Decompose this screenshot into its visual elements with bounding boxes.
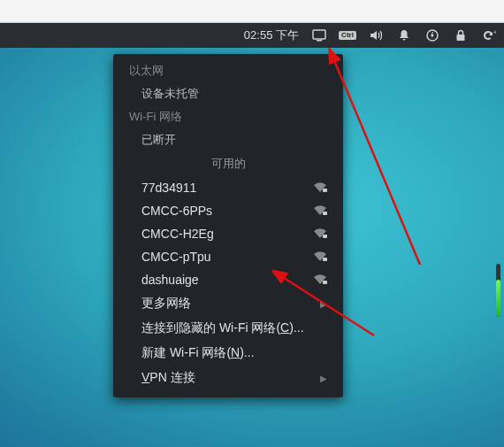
chevron-right-icon: ▶ <box>320 374 327 383</box>
svg-rect-1 <box>317 40 322 42</box>
volume-indicator <box>495 264 502 317</box>
refresh-plus-icon[interactable]: + <box>481 27 497 43</box>
more-networks[interactable]: 更多网络 ▶ <box>113 291 343 316</box>
ctrl-badge-icon[interactable]: Ctrl <box>340 27 355 43</box>
svg-line-10 <box>333 58 420 265</box>
wifi-network-item[interactable]: dashuaige <box>113 268 343 291</box>
wifi-signal-locked-icon <box>313 251 327 262</box>
wifi-network-item[interactable]: CMCC-H2Eg <box>113 222 343 245</box>
power-icon[interactable] <box>424 27 440 43</box>
connect-hidden-label: 连接到隐藏的 Wi-Fi 网络(C)... <box>141 320 304 336</box>
desktop: 以太网 设备未托管 Wi-Fi 网络 已断开 可用的 77d34911 CMCC… <box>0 48 504 447</box>
svg-rect-7 <box>323 235 327 238</box>
volume-icon[interactable] <box>368 27 384 43</box>
svg-rect-8 <box>323 258 327 261</box>
wifi-network-item[interactable]: 77d34911 <box>113 176 343 199</box>
more-networks-label: 更多网络 <box>141 296 191 312</box>
ethernet-status: 设备未托管 <box>113 82 343 105</box>
available-label: 可用的 <box>113 151 343 176</box>
wifi-signal-locked-icon <box>313 228 327 239</box>
vpn-connections[interactable]: VPN 连接 ▶ <box>113 366 343 390</box>
wifi-signal-locked-icon <box>313 205 327 216</box>
svg-rect-9 <box>323 281 327 284</box>
wifi-ssid: CMCC-pTpu <box>141 250 211 264</box>
wifi-signal-locked-icon <box>313 274 327 285</box>
svg-text:+: + <box>493 29 496 35</box>
wifi-ssid: dashuaige <box>141 273 199 287</box>
wifi-network-item[interactable]: CMCC-pTpu <box>113 245 343 268</box>
svg-rect-3 <box>457 35 465 41</box>
wifi-header: Wi-Fi 网络 <box>113 105 343 128</box>
wifi-network-item[interactable]: CMCC-6PPs <box>113 199 343 222</box>
top-panel: 02:55 下午 Ctrl + <box>0 23 504 48</box>
svg-rect-0 <box>313 30 325 39</box>
wifi-status: 已断开 <box>113 128 343 151</box>
chevron-right-icon: ▶ <box>320 299 327 309</box>
lock-icon[interactable] <box>453 27 469 43</box>
browser-titlebar <box>0 0 504 23</box>
wifi-ssid: CMCC-6PPs <box>141 204 212 218</box>
connect-hidden-wifi[interactable]: 连接到隐藏的 Wi-Fi 网络(C)... <box>113 316 343 341</box>
svg-rect-5 <box>323 189 327 192</box>
bell-icon[interactable] <box>396 27 412 43</box>
clock: 02:55 下午 <box>244 27 299 43</box>
wifi-signal-locked-icon <box>313 182 327 193</box>
wifi-ssid: 77d34911 <box>141 181 196 195</box>
display-icon[interactable] <box>311 27 327 43</box>
wifi-ssid: CMCC-H2Eg <box>141 227 214 241</box>
create-new-label: 新建 Wi-Fi 网络(N)... <box>141 345 255 361</box>
ethernet-header: 以太网 <box>113 59 343 82</box>
vpn-label: VPN 连接 <box>141 370 195 386</box>
svg-rect-6 <box>323 212 327 215</box>
network-menu: 以太网 设备未托管 Wi-Fi 网络 已断开 可用的 77d34911 CMCC… <box>113 54 343 397</box>
create-new-wifi[interactable]: 新建 Wi-Fi 网络(N)... <box>113 341 343 366</box>
